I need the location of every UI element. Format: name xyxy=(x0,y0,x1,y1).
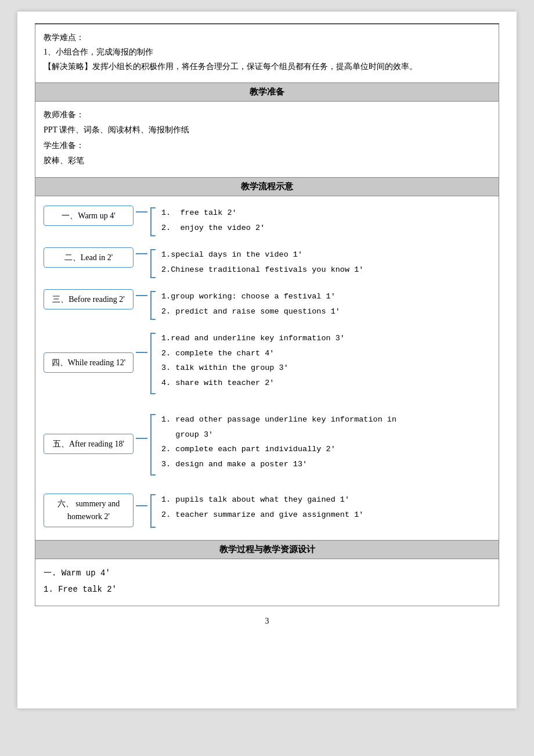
flow-item: 2. enjoy the video 2' xyxy=(161,221,490,236)
flow-row-after: 五、After reading 18' 1. read other passag… xyxy=(44,412,490,476)
difficulty-item1: 1、小组合作，完成海报的制作 xyxy=(44,45,490,59)
page: 教学难点： 1、小组合作，完成海报的制作 【解决策略】发挥小组长的积极作用，将任… xyxy=(17,12,517,708)
process-line1: 一. Warm up 4' xyxy=(44,565,490,581)
flow-box-warmup: 一、Warm up 4' xyxy=(44,206,134,226)
flow-item: 1. read other passage underline key info… xyxy=(161,412,490,442)
flow-items-lead: 1.special days in the video 1' 2.Chinese… xyxy=(157,247,490,277)
bracket-lead xyxy=(150,249,157,279)
flow-items-warmup: 1. free talk 2' 2. enjoy the video 2' xyxy=(157,206,490,235)
flow-row-before: 三、Before reading 2' 1.group working: cho… xyxy=(44,289,490,321)
flow-items-while: 1.read and underline key information 3' … xyxy=(157,331,490,391)
connector-before xyxy=(134,289,150,296)
flow-item: 1. pupils talk about what they gained 1' xyxy=(161,492,490,507)
bracket-before xyxy=(150,290,157,321)
bracket-warmup xyxy=(150,207,157,237)
flow-item: 2.Chinese traditional festivals you know… xyxy=(161,262,490,278)
connector-lead xyxy=(134,247,150,254)
connector-while xyxy=(134,331,150,353)
flow-items-before: 1.group working: choose a festival 1' 2.… xyxy=(157,289,490,319)
prep-section: 教师准备： PPT 课件、词条、阅读材料、海报制作纸 学生准备： 胶棒、彩笔 xyxy=(35,102,499,178)
flow-box-before: 三、Before reading 2' xyxy=(44,289,134,309)
difficulty-title: 教学难点： xyxy=(44,30,490,45)
flow-items-after: 1. read other passage underline key info… xyxy=(157,412,490,472)
flow-item: 1.special days in the video 1' xyxy=(161,247,490,262)
page-number: 3 xyxy=(35,617,499,626)
flow-item: 1. free talk 2' xyxy=(161,206,490,221)
flow-header: 教学流程示意 xyxy=(35,178,499,196)
bracket-while xyxy=(150,332,157,395)
flow-item: 4. share with teacher 2' xyxy=(161,376,490,391)
flow-item: 2. complete each part individually 2' xyxy=(161,442,490,457)
flow-row-lead: 二、Lead in 2' 1.special days in the video… xyxy=(44,247,490,279)
process-line2: 1. Free talk 2' xyxy=(44,581,490,597)
difficulty-strategy: 【解决策略】发挥小组长的积极作用，将任务合理分工，保证每个组员都有任务，提高单位… xyxy=(44,59,490,74)
flow-row-summary: 六、 summery andhomework 2' 1. pupils talk… xyxy=(44,492,490,528)
teacher-items: PPT 课件、词条、阅读材料、海报制作纸 xyxy=(44,123,490,138)
flow-item: 2. complete the chart 4' xyxy=(161,346,490,361)
difficulty-section: 教学难点： 1、小组合作，完成海报的制作 【解决策略】发挥小组长的积极作用，将任… xyxy=(35,24,499,83)
flow-box-after: 五、After reading 18' xyxy=(44,434,134,454)
process-section: 一. Warm up 4' 1. Free talk 2' xyxy=(35,559,499,606)
flow-box-while: 四、While reading 12' xyxy=(44,352,134,373)
flow-box-lead: 二、Lead in 2' xyxy=(44,247,134,268)
prep-header: 教学准备 xyxy=(35,83,499,102)
teacher-label: 教师准备： xyxy=(44,107,490,123)
flow-row-while: 四、While reading 12' 1.read and underline… xyxy=(44,331,490,395)
student-items: 胶棒、彩笔 xyxy=(44,153,490,169)
bracket-after xyxy=(150,413,157,476)
flow-items-summary: 1. pupils talk about what they gained 1'… xyxy=(157,492,490,522)
connector-after xyxy=(134,412,150,439)
flow-box-summary: 六、 summery andhomework 2' xyxy=(44,494,134,528)
flow-section: 一、Warm up 4' 1. free talk 2' 2. enjoy th… xyxy=(35,196,499,541)
student-label: 学生准备： xyxy=(44,138,490,154)
flow-item: 2. predict and raise some questions 1' xyxy=(161,304,490,319)
flow-item: 1.read and underline key information 3' xyxy=(161,331,490,346)
process-header: 教学过程与教学资源设计 xyxy=(35,541,499,559)
flow-item: 3. design and make a poster 13' xyxy=(161,457,490,472)
flow-item: 1.group working: choose a festival 1' xyxy=(161,289,490,304)
flow-item: 2. teacher summarize and give assignment… xyxy=(161,507,490,523)
bracket-summary xyxy=(150,494,157,528)
connector-summary xyxy=(134,492,150,506)
connector-warmup xyxy=(134,206,150,213)
flow-row-warmup: 一、Warm up 4' 1. free talk 2' 2. enjoy th… xyxy=(44,206,490,237)
flow-item: 3. talk within the group 3' xyxy=(161,361,490,376)
